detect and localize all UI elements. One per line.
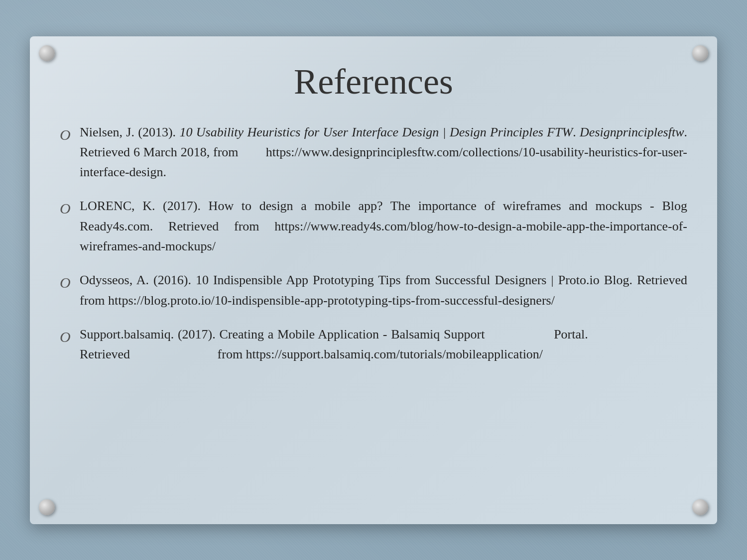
reference-text: LORENC, K. (2017). How to design a mobil…: [80, 196, 687, 256]
reference-text: Odysseos, A. (2016). 10 Indispensible Ap…: [80, 270, 687, 311]
bullet-icon: O: [60, 197, 80, 221]
pin-bottom-right: [692, 499, 708, 515]
bullet-icon: O: [60, 326, 80, 349]
pin-bottom-left: [39, 499, 55, 515]
slide-title: References: [60, 61, 687, 103]
list-item: O LORENC, K. (2017). How to design a mob…: [60, 196, 687, 256]
list-item: O Odysseos, A. (2016). 10 Indispensible …: [60, 270, 687, 311]
bullet-icon: O: [60, 123, 80, 147]
list-item: O Nielsen, J. (2013). 10 Usability Heuri…: [60, 122, 687, 183]
list-item: O Support.balsamiq. (2017). Creating a M…: [60, 325, 687, 365]
references-list: O Nielsen, J. (2013). 10 Usability Heuri…: [60, 122, 687, 504]
pin-top-left: [39, 45, 55, 61]
pin-top-right: [692, 45, 708, 61]
slide: References O Nielsen, J. (2013). 10 Usab…: [30, 36, 717, 524]
bullet-icon: O: [60, 271, 80, 295]
reference-text: Nielsen, J. (2013). 10 Usability Heurist…: [80, 122, 687, 183]
reference-text: Support.balsamiq. (2017). Creating a Mob…: [80, 325, 687, 365]
